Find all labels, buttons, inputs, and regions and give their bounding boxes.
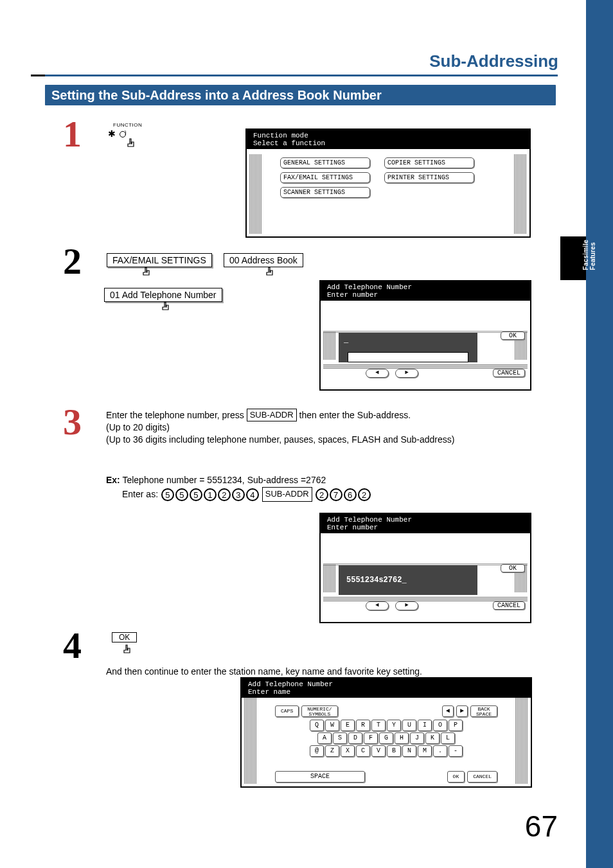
- key-n[interactable]: N: [402, 745, 416, 757]
- ok-button[interactable]: OK: [501, 332, 525, 340]
- key-v[interactable]: V: [371, 745, 386, 757]
- digit-key: 5: [190, 488, 202, 501]
- digit-key: 6: [344, 488, 357, 501]
- page-number: 67: [525, 809, 558, 844]
- key-p[interactable]: P: [449, 720, 463, 731]
- left-arrow-key[interactable]: ◄: [442, 705, 454, 717]
- key-o[interactable]: O: [433, 720, 447, 731]
- key-b[interactable]: B: [387, 745, 401, 757]
- lcd-header: Add Telephone NumberEnter number: [321, 281, 530, 301]
- function-icon: ✱ ): [108, 128, 126, 139]
- key-a[interactable]: A: [317, 732, 332, 744]
- caps-key[interactable]: CAPS: [275, 705, 299, 717]
- cancel-button[interactable]: CANCEL: [493, 369, 525, 377]
- key-z[interactable]: Z: [325, 745, 339, 757]
- input-field[interactable]: [348, 352, 468, 362]
- press-pointer-icon: [263, 266, 276, 280]
- key-m[interactable]: M: [418, 745, 432, 757]
- side-tab-label: Facsimile Features: [582, 240, 596, 270]
- key-s[interactable]: S: [333, 732, 347, 744]
- sub-addr-key: SUB-ADDR: [247, 409, 297, 421]
- key-t[interactable]: T: [371, 720, 386, 731]
- right-margin-bar: [586, 0, 613, 868]
- step-4: 4: [63, 627, 82, 664]
- cancel-key[interactable]: CANCEL: [467, 771, 497, 783]
- backspace-key[interactable]: BACK SPACE: [470, 705, 497, 717]
- example-line: Ex: Telephone number = 5551234, Sub-addr…: [106, 473, 326, 487]
- ok-key: OK: [112, 632, 137, 642]
- left-arrow-button[interactable]: ◄: [366, 601, 389, 610]
- ok-button[interactable]: OK: [501, 564, 525, 572]
- key-g[interactable]: G: [379, 732, 393, 744]
- ok-key[interactable]: OK: [447, 771, 465, 783]
- key-f[interactable]: F: [364, 732, 378, 744]
- left-arrow-button[interactable]: ◄: [366, 369, 389, 378]
- key-k[interactable]: K: [425, 732, 440, 744]
- sub-addr-key: SUB-ADDR: [262, 487, 312, 502]
- step3-text: Enter the telephone number, press SUB-AD…: [106, 409, 504, 446]
- step-3: 3: [63, 403, 82, 441]
- input-cursor: _: [344, 335, 348, 344]
- lcd-body: GENERAL SETTINGS COPIER SETTINGS FAX/EMA…: [247, 149, 529, 206]
- digit-key: 3: [232, 488, 245, 501]
- numeric-symbols-key[interactable]: NUMERIC/ SYMBOLS: [301, 705, 337, 717]
- key-q[interactable]: Q: [310, 720, 324, 731]
- step-number-1: 1: [63, 113, 82, 155]
- right-arrow-button[interactable]: ►: [395, 601, 418, 610]
- lcd-btn-general-settings[interactable]: GENERAL SETTINGS: [280, 157, 370, 168]
- hatch-decoration: [515, 698, 528, 784]
- digit-key: 2: [315, 488, 328, 501]
- lcd-btn-scanner-settings[interactable]: SCANNER SETTINGS: [280, 187, 370, 198]
- key-u[interactable]: U: [402, 720, 416, 731]
- key-c[interactable]: C: [356, 745, 370, 757]
- right-arrow-key[interactable]: ►: [456, 705, 468, 717]
- key-i[interactable]: I: [418, 720, 432, 731]
- cancel-button[interactable]: CANCEL: [493, 601, 525, 610]
- hatch-decoration: [323, 564, 336, 592]
- lcd-btn-printer-settings[interactable]: PRINTER SETTINGS: [384, 172, 474, 183]
- btn-fax-email-settings[interactable]: FAX/EMAIL SETTINGS: [107, 253, 212, 267]
- function-label: FUNCTION: [113, 122, 142, 128]
- digit-key: 1: [204, 488, 217, 501]
- asterisk-icon: ✱: [108, 128, 116, 139]
- lcd-header: Add Telephone NumberEnter name: [242, 678, 531, 698]
- step-number-4: 4: [63, 624, 82, 666]
- digit-key: 5: [161, 488, 174, 501]
- hatch-decoration: [323, 364, 528, 369]
- key-w[interactable]: W: [325, 720, 339, 731]
- arrow-buttons: ◄ ►: [366, 369, 418, 378]
- bottom-row: SPACE OK CANCEL: [275, 771, 497, 783]
- key-d[interactable]: D: [348, 732, 362, 744]
- step4-text: And then continue to enter the station n…: [106, 666, 504, 678]
- digit-key: 7: [330, 488, 342, 501]
- lcd-screen-add-telephone: Add Telephone NumberEnter number _ OK ◄ …: [319, 280, 531, 391]
- step-1: 1: [63, 116, 82, 153]
- lcd-btn-fax-email-settings[interactable]: FAX/EMAIL SETTINGS: [280, 172, 370, 183]
- key-@[interactable]: @: [310, 745, 324, 757]
- lcd-btn-copier-settings[interactable]: COPIER SETTINGS: [384, 157, 474, 168]
- btn-address-book[interactable]: 00 Address Book: [224, 253, 303, 267]
- key-e[interactable]: E: [341, 720, 355, 731]
- enter-as-line: Enter as: 5551234 SUB-ADDR 2762: [122, 487, 371, 502]
- key-l[interactable]: L: [441, 732, 455, 744]
- press-pointer-icon: [121, 644, 134, 658]
- key-j[interactable]: J: [410, 732, 424, 744]
- input-area: _: [339, 333, 477, 362]
- space-key[interactable]: SPACE: [275, 771, 365, 783]
- section-title: Sub-Addressing: [429, 51, 558, 71]
- heading-bar: Setting the Sub-Address into a Address B…: [45, 85, 556, 105]
- hatch-decoration: [323, 596, 528, 601]
- step-2: 2: [63, 243, 82, 280]
- digit-key: 5: [175, 488, 188, 501]
- key-.[interactable]: .: [433, 745, 447, 757]
- btn-add-telephone-number[interactable]: 01 Add Telephone Number: [104, 288, 222, 302]
- step-number-3: 3: [63, 401, 82, 443]
- lcd-header: Function modeSelect a function: [247, 130, 529, 149]
- right-arrow-button[interactable]: ►: [395, 369, 418, 378]
- key-y[interactable]: Y: [387, 720, 401, 731]
- key-r[interactable]: R: [356, 720, 370, 731]
- key-h[interactable]: H: [395, 732, 409, 744]
- digit-key: 2: [358, 488, 371, 501]
- key-x[interactable]: X: [341, 745, 355, 757]
- key--[interactable]: -: [449, 745, 463, 757]
